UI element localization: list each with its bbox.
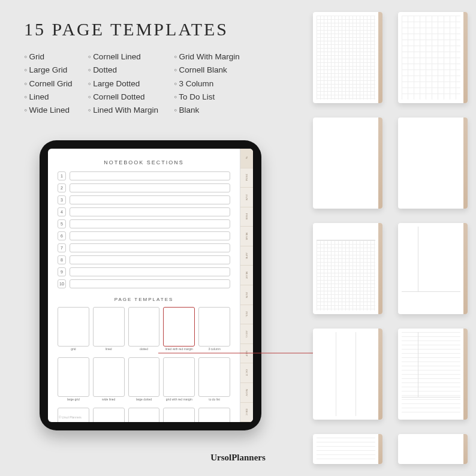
template-thumb-label: wide lined bbox=[93, 398, 125, 404]
month-tab[interactable]: FEB bbox=[240, 207, 253, 227]
template-thumb-label: large grid bbox=[58, 398, 89, 404]
template-thumb[interactable]: lined with red margin bbox=[163, 307, 195, 354]
template-thumb-label: grid bbox=[58, 348, 89, 354]
month-tab[interactable]: OCT bbox=[240, 363, 253, 383]
list-item: Wide Lined bbox=[24, 104, 73, 117]
month-tab[interactable]: JAN bbox=[240, 188, 253, 207]
template-thumb[interactable]: to do list bbox=[198, 357, 230, 404]
list-item: Cornell Lined bbox=[88, 50, 158, 64]
month-tab[interactable]: DEC bbox=[240, 403, 253, 422]
preview-card bbox=[313, 329, 382, 420]
template-thumb[interactable]: blank bbox=[198, 408, 230, 422]
template-thumb[interactable]: cornell blank bbox=[163, 408, 195, 422]
section-number: 9 bbox=[58, 267, 66, 276]
notebook-section-row[interactable]: 9 bbox=[58, 267, 230, 276]
preview-column-2 bbox=[398, 12, 468, 464]
notebook-section-row[interactable]: 10 bbox=[58, 279, 230, 288]
list-item: Dotted bbox=[88, 64, 158, 77]
preview-card bbox=[398, 329, 468, 420]
month-tab[interactable]: SEP bbox=[240, 344, 253, 364]
notebook-section-row[interactable]: 8 bbox=[58, 255, 230, 264]
template-thumb[interactable]: lined bbox=[93, 307, 125, 354]
template-thumb[interactable]: wide lined bbox=[93, 357, 125, 404]
page-templates-title: PAGE TEMPLATES bbox=[58, 297, 230, 302]
template-thumb[interactable]: cornell grid bbox=[58, 408, 89, 422]
ipad-mockup: NOTEBOOK SECTIONS 12345678910 PAGE TEMPL… bbox=[40, 140, 261, 430]
template-thumb[interactable]: 3 column bbox=[198, 307, 230, 354]
template-thumb[interactable]: large dotted bbox=[128, 357, 160, 404]
preview-column-1 bbox=[313, 12, 382, 464]
template-thumb-label: grid with red margin bbox=[163, 398, 195, 404]
preview-card bbox=[398, 223, 468, 314]
month-tab[interactable]: MAY bbox=[240, 266, 253, 285]
month-tab[interactable]: AUG bbox=[240, 324, 253, 344]
template-thumb[interactable]: dotted bbox=[128, 307, 160, 354]
template-thumb-label: 3 column bbox=[198, 348, 230, 354]
template-thumb-label: lined bbox=[93, 348, 125, 354]
notebook-section-row[interactable]: 4 bbox=[58, 207, 230, 216]
section-number: 2 bbox=[58, 183, 66, 192]
section-number: 10 bbox=[58, 279, 66, 288]
list-item: Blank bbox=[174, 104, 240, 117]
section-number: 4 bbox=[58, 207, 66, 216]
template-thumb[interactable]: grid with red margin bbox=[163, 357, 195, 404]
preview-card bbox=[313, 12, 382, 103]
template-thumb-label: dotted bbox=[128, 348, 160, 354]
template-thumb-label: large dotted bbox=[128, 398, 160, 404]
ipad-side-tabs: %2024JANFEBMARAPRMAYJUNJULAUGSEPOCTNOVDE… bbox=[240, 149, 253, 422]
copyright-text: © Ursol Planners bbox=[59, 415, 82, 419]
section-input[interactable] bbox=[70, 207, 230, 216]
page-heading: 15 PAGE TEMPLATES bbox=[24, 19, 294, 40]
template-thumb[interactable]: cornell dotted bbox=[128, 408, 160, 422]
section-input[interactable] bbox=[70, 195, 230, 204]
notebook-section-row[interactable]: 6 bbox=[58, 231, 230, 240]
section-number: 8 bbox=[58, 255, 66, 264]
ipad-screen: NOTEBOOK SECTIONS 12345678910 PAGE TEMPL… bbox=[48, 149, 253, 422]
section-input[interactable] bbox=[70, 231, 230, 240]
template-list: Grid Large Grid Cornell Grid Lined Wide … bbox=[24, 50, 294, 117]
notebook-section-row[interactable]: 3 bbox=[58, 195, 230, 204]
list-item: Large Grid bbox=[24, 64, 73, 77]
section-number: 5 bbox=[58, 219, 66, 228]
month-tab[interactable]: APR bbox=[240, 246, 253, 266]
template-thumb[interactable]: cornell lined bbox=[93, 408, 125, 422]
notebook-section-row[interactable]: 7 bbox=[58, 243, 230, 252]
list-item: Cornell Dotted bbox=[88, 91, 158, 104]
template-thumb-label: to do list bbox=[198, 398, 230, 404]
list-item: Grid With Margin bbox=[174, 50, 240, 64]
template-list-col3: Grid With Margin Cornell Blank 3 Column … bbox=[174, 50, 240, 117]
notebook-section-row[interactable]: 5 bbox=[58, 219, 230, 228]
template-thumb[interactable]: large grid bbox=[58, 357, 89, 404]
section-input[interactable] bbox=[70, 279, 230, 288]
section-input[interactable] bbox=[70, 243, 230, 252]
list-item: Lined bbox=[24, 91, 73, 104]
list-item: To Do List bbox=[174, 91, 240, 104]
preview-card bbox=[398, 118, 468, 209]
section-input[interactable] bbox=[70, 171, 230, 180]
section-input[interactable] bbox=[70, 267, 230, 276]
list-item: Large Dotted bbox=[88, 77, 158, 91]
notebook-section-row[interactable]: 2 bbox=[58, 183, 230, 192]
preview-card bbox=[313, 118, 382, 209]
template-thumb[interactable]: grid bbox=[58, 307, 89, 354]
month-tab[interactable]: JUN bbox=[240, 285, 253, 305]
section-number: 3 bbox=[58, 195, 66, 204]
month-tab[interactable]: NOV bbox=[240, 383, 253, 403]
list-item: Cornell Blank bbox=[174, 64, 240, 77]
month-tab[interactable]: % bbox=[240, 149, 253, 168]
section-input[interactable] bbox=[70, 183, 230, 192]
notebook-section-row[interactable]: 1 bbox=[58, 171, 230, 180]
section-number: 6 bbox=[58, 231, 66, 240]
brand-name: UrsolPlanners bbox=[0, 453, 476, 463]
section-number: 7 bbox=[58, 243, 66, 252]
list-item: 3 Column bbox=[174, 77, 240, 91]
section-input[interactable] bbox=[70, 255, 230, 264]
notebook-section-rows: 12345678910 bbox=[58, 171, 230, 288]
section-input[interactable] bbox=[70, 219, 230, 228]
month-tab[interactable]: MAR bbox=[240, 227, 253, 246]
month-tab[interactable]: JUL bbox=[240, 305, 253, 325]
preview-card bbox=[313, 223, 382, 314]
template-thumb-label: lined with red margin bbox=[163, 348, 195, 354]
template-list-col2: Cornell Lined Dotted Large Dotted Cornel… bbox=[88, 50, 158, 117]
month-tab[interactable]: 2024 bbox=[240, 168, 253, 188]
